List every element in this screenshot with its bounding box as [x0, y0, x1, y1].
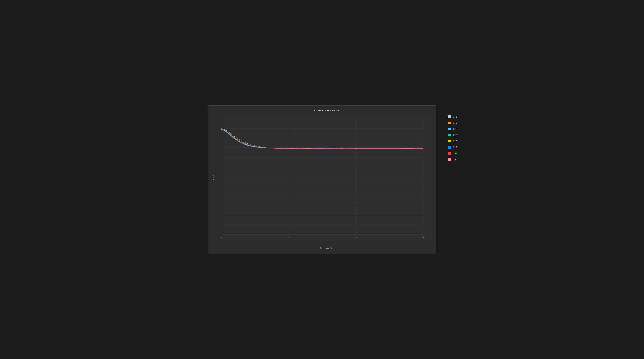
chart-container: POWER SPECTRUM Power — [208, 105, 436, 254]
legend-channel-label: CH2 — [453, 122, 457, 124]
legend-channel-label: CH3 — [453, 128, 457, 130]
legend-color-swatch — [448, 121, 452, 124]
legend-color-swatch — [448, 152, 452, 155]
legend-item: CH8 — [448, 158, 457, 161]
legend-color-swatch — [448, 128, 452, 130]
y-axis-label: Power — [212, 174, 214, 180]
legend-channel-label: CH6 — [453, 146, 457, 148]
legend-color-swatch — [448, 115, 452, 118]
legend-item: CH1 — [448, 115, 457, 118]
svg-text:750: 750 — [421, 236, 424, 238]
legend-channel-label: CH5 — [453, 140, 457, 142]
legend-color-swatch — [448, 134, 452, 136]
svg-rect-0 — [221, 113, 432, 241]
legend-item: CH2 — [448, 121, 457, 124]
legend-item: CH7 — [448, 152, 457, 155]
legend-color-swatch — [448, 158, 452, 161]
legend-channel-label: CH8 — [453, 158, 457, 161]
chart-legend: CH1CH2CH3CH4CH5CH6CH7CH8 — [448, 115, 457, 161]
legend-item: CH3 — [448, 128, 457, 130]
chart-svg: 24 22 20 18 16 14 12 10 8 6 4 2 0 0 250 … — [221, 113, 432, 241]
legend-channel-label: CH1 — [453, 116, 457, 118]
legend-channel-label: CH7 — [453, 152, 457, 154]
svg-text:0: 0 — [221, 236, 222, 238]
chart-title: POWER SPECTRUM — [221, 109, 432, 112]
legend-color-swatch — [448, 140, 452, 142]
svg-text:250: 250 — [287, 236, 290, 238]
legend-item: CH5 — [448, 140, 457, 142]
legend-item: CH4 — [448, 134, 457, 136]
chart-area: Power — [221, 113, 432, 241]
legend-channel-label: CH4 — [453, 134, 457, 136]
svg-text:500: 500 — [354, 236, 357, 238]
legend-color-swatch — [448, 146, 452, 149]
legend-item: CH6 — [448, 146, 457, 149]
x-axis-label: Frequency (Hz) — [320, 247, 334, 249]
